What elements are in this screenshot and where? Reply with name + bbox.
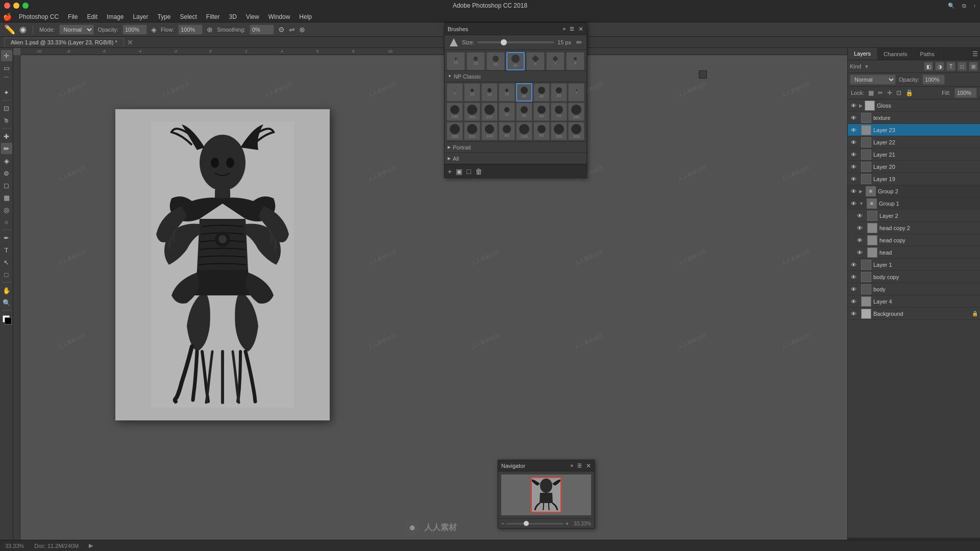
filter-smart-icon[interactable]: ⊞ xyxy=(969,62,978,71)
brushes-category-portrait[interactable]: ▶ Portrait xyxy=(445,142,586,153)
menu-3d[interactable]: 3D xyxy=(225,12,241,21)
layer-visibility-icon[interactable]: 👁 xyxy=(850,164,857,170)
layer-visibility-icon[interactable]: 👁 xyxy=(850,286,857,292)
brush-cell[interactable]: 149 xyxy=(516,122,532,140)
lock-all-icon[interactable]: 🔒 xyxy=(905,89,913,96)
layer-row[interactable]: 👁 body copy xyxy=(848,271,980,283)
layer-visibility-icon[interactable]: 👁 xyxy=(850,298,857,305)
layer-visibility-icon[interactable]: 👁 xyxy=(850,115,857,121)
navigator-zoom-slider[interactable] xyxy=(506,523,563,524)
layer-row[interactable]: 👁 head copy 2 xyxy=(854,222,980,234)
path-select-tool[interactable]: ↖ xyxy=(1,257,12,268)
layer-visibility-icon[interactable]: 👁 xyxy=(850,274,857,280)
layer-row[interactable]: 👁 Layer 2 xyxy=(854,210,980,222)
menu-image[interactable]: Image xyxy=(103,12,128,21)
brushes-menu-icon[interactable]: » xyxy=(562,26,566,32)
layer-row[interactable]: 👁 Layer 23 xyxy=(848,124,980,136)
pen-tool[interactable]: ✒ xyxy=(1,232,12,243)
menu-file[interactable]: File xyxy=(64,12,82,21)
brushes-category-np-classic[interactable]: ▼ NP Classic xyxy=(445,71,586,82)
brush-cell[interactable]: 180 xyxy=(568,103,584,121)
brush-cell[interactable]: 40 xyxy=(516,83,532,102)
brush-cell[interactable]: 100 xyxy=(447,103,463,121)
filter-pixel-icon[interactable]: ◧ xyxy=(924,62,933,71)
brush-tool-icon[interactable]: ✏️ xyxy=(4,24,15,35)
brush-cell[interactable]: 200 xyxy=(447,122,463,140)
brush-cell[interactable]: 70 xyxy=(551,103,567,121)
lock-transparent-icon[interactable]: ▦ xyxy=(868,89,874,96)
layer-row[interactable]: 👁 Layer 21 xyxy=(848,148,980,161)
type-tool[interactable]: T xyxy=(1,244,12,256)
clone-tool[interactable]: ◈ xyxy=(1,155,12,166)
brush-tool[interactable]: ✏ xyxy=(1,143,12,154)
layer-visibility-icon[interactable]: 👁 xyxy=(850,127,857,133)
layer-row[interactable]: 👁 head copy xyxy=(854,234,980,246)
layer-row[interactable]: 👁 Background 🔒 xyxy=(848,308,980,320)
layer-visibility-icon[interactable]: 👁 xyxy=(856,213,863,219)
sample-icon[interactable]: ⊗ xyxy=(299,26,305,34)
eraser-tool[interactable]: ◻ xyxy=(1,180,12,191)
airbrush-icon[interactable]: ⊕ xyxy=(207,26,213,34)
status-arrow[interactable]: ▶ xyxy=(89,542,93,549)
kind-dropdown-icon[interactable]: ▼ xyxy=(864,64,869,69)
layer-row[interactable]: 👁 Layer 22 xyxy=(848,136,980,148)
wand-tool[interactable]: ✦ xyxy=(1,87,12,98)
brush-cell[interactable]: 1 xyxy=(447,83,463,102)
layer-visibility-icon[interactable]: 👁 xyxy=(850,139,857,145)
navigator-options-icon[interactable]: ☰ xyxy=(577,463,582,468)
zoom-out-icon[interactable]: − xyxy=(501,520,504,527)
spot-heal-tool[interactable]: ✚ xyxy=(1,131,12,142)
blend-mode-select[interactable]: Normal Multiply Screen xyxy=(850,74,896,85)
brush-size-thumb[interactable] xyxy=(501,39,507,45)
hand-tool[interactable]: ✋ xyxy=(1,285,12,296)
brush-cell[interactable]: 15 xyxy=(464,83,480,102)
brush-cell[interactable]: 201 xyxy=(464,122,480,140)
brush-cell[interactable]: 7 xyxy=(568,83,584,102)
delete-brush-icon[interactable]: 🗑 xyxy=(475,167,482,176)
blur-tool[interactable]: ◎ xyxy=(1,204,12,215)
layer-visibility-icon[interactable]: 👁 xyxy=(850,103,857,109)
lasso-tool[interactable]: ⌒ xyxy=(1,74,12,86)
menu-select[interactable]: Select xyxy=(176,12,201,21)
layer-visibility-icon[interactable]: 👁 xyxy=(850,201,857,207)
brush-cell[interactable]: 100 xyxy=(481,122,498,140)
size-edit-icon[interactable]: ✏ xyxy=(576,38,582,46)
menu-filter[interactable]: Filter xyxy=(202,12,224,21)
brush-preset[interactable]: 7 xyxy=(546,52,565,70)
brushes-close-icon[interactable]: ✕ xyxy=(578,26,583,33)
navigator-menu-icon[interactable]: » xyxy=(570,463,573,468)
marquee-tool[interactable]: ▭ xyxy=(1,62,12,73)
filter-shape-icon[interactable]: □ xyxy=(958,62,967,71)
layer-visibility-icon[interactable]: 👁 xyxy=(850,176,857,182)
group-arrow-icon[interactable]: ▼ xyxy=(859,201,864,206)
tab-paths[interactable]: Paths xyxy=(914,48,941,60)
brush-cell[interactable]: 40 xyxy=(516,103,532,121)
smoothing-input[interactable] xyxy=(250,24,274,35)
mode-select[interactable]: Normal Multiply Screen Overlay xyxy=(59,24,94,35)
color-swatches[interactable] xyxy=(1,314,12,325)
brush-cell[interactable]: 368 xyxy=(568,122,584,140)
menu-edit[interactable]: Edit xyxy=(83,12,102,21)
history-tool[interactable]: ⊚ xyxy=(1,167,12,179)
navigator-close-icon[interactable]: ✕ xyxy=(586,462,591,469)
brush-cell[interactable]: 19 xyxy=(481,83,498,102)
navigator-thumbnail-area[interactable] xyxy=(501,474,591,515)
layer-visibility-icon[interactable]: 👁 xyxy=(850,152,857,158)
brush-type-icon[interactable]: ◉ xyxy=(19,24,27,34)
layer-group-row[interactable]: 👁 ▼ ▣ Group 1 xyxy=(848,197,980,210)
close-doc-btn[interactable]: ✕ xyxy=(127,38,133,46)
layer-visibility-icon[interactable]: 👁 xyxy=(856,225,863,231)
doc-tab[interactable]: Alien 1.psd @ 33.33% (Layer 23, RGB/8) * xyxy=(4,38,124,46)
menu-window[interactable]: Window xyxy=(264,12,295,21)
layer-visibility-icon[interactable]: 👁 xyxy=(856,249,863,256)
lock-position-icon[interactable]: ✛ xyxy=(887,89,892,96)
new-brush-folder-icon[interactable]: ▣ xyxy=(456,167,462,176)
zoom-tool[interactable]: 🔍 xyxy=(1,297,12,308)
gradient-tool[interactable]: ▦ xyxy=(1,192,12,203)
lock-image-icon[interactable]: ✏ xyxy=(878,89,883,96)
layer-row[interactable]: 👁 Layer 4 xyxy=(848,295,980,308)
minimize-button[interactable] xyxy=(13,3,19,9)
layer-group-row[interactable]: 👁 ▶ ▣ Group 2 xyxy=(848,185,980,197)
navigator-zoom-thumb[interactable] xyxy=(524,521,529,526)
new-brush-group-icon[interactable]: + xyxy=(448,167,452,176)
